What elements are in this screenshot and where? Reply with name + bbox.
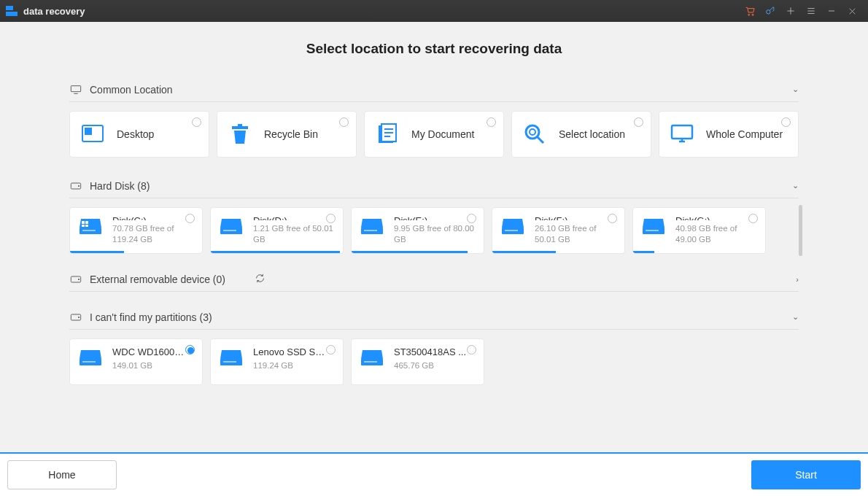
disk-icon <box>642 217 665 237</box>
disk-card[interactable]: Disk(C:)70.78 GB free of 119.24 GB <box>69 207 203 254</box>
disk-info: 9.95 GB free of 80.00 GB <box>394 223 475 246</box>
chevron-down-icon: ⌄ <box>792 181 799 190</box>
svg-rect-30 <box>364 230 377 231</box>
partition-card[interactable]: Lenovo SSD SL...119.24 GB <box>210 338 344 385</box>
start-button[interactable]: Start <box>751 460 861 489</box>
main-content: Select location to start recovering data… <box>0 22 868 452</box>
radio[interactable] <box>748 214 758 223</box>
radio[interactable] <box>467 345 476 354</box>
radio[interactable] <box>339 117 349 127</box>
chevron-down-icon: ⌄ <box>792 312 799 322</box>
disk-icon <box>501 217 524 237</box>
chevron-down-icon: ⌄ <box>792 85 799 94</box>
cart-icon[interactable] <box>740 1 760 21</box>
svg-rect-23 <box>85 221 88 224</box>
disk-icon <box>79 348 102 368</box>
common-cards: Desktop Recycle Bin My Document Select l… <box>69 102 799 174</box>
disk-card[interactable]: Disk(G:)40.98 GB free of 49.00 GB <box>632 207 766 254</box>
card-label: Select location <box>559 128 625 140</box>
section-header-common[interactable]: Common Location ⌄ <box>69 77 799 102</box>
footer: Home Start <box>0 452 868 496</box>
svg-rect-34 <box>646 230 659 231</box>
svg-point-0 <box>748 14 750 15</box>
disk-icon <box>360 348 384 368</box>
key-icon[interactable] <box>760 1 780 21</box>
scrollbar-thumb[interactable] <box>799 205 802 256</box>
radio[interactable] <box>608 214 617 223</box>
radio[interactable] <box>326 345 336 354</box>
radio[interactable] <box>781 117 791 127</box>
partition-card[interactable]: ST3500418AS ...465.76 GB <box>351 338 484 385</box>
disk-icon <box>360 217 384 237</box>
radio[interactable] <box>467 214 476 223</box>
minimize-icon[interactable] <box>821 1 842 21</box>
svg-rect-32 <box>505 230 518 231</box>
trash-icon <box>228 122 252 147</box>
plus-icon[interactable] <box>780 1 801 21</box>
partition-name: ST3500418AS ... <box>394 346 466 357</box>
svg-rect-24 <box>82 225 85 227</box>
card-select-location[interactable]: Select location <box>511 111 651 158</box>
svg-rect-40 <box>82 361 96 363</box>
radio[interactable] <box>634 117 643 127</box>
section-label: I can't find my partitions (3) <box>90 311 785 323</box>
card-desktop[interactable]: Desktop <box>69 111 209 158</box>
refresh-icon[interactable] <box>255 273 266 286</box>
card-label: Desktop <box>117 128 154 140</box>
usage-bar <box>211 251 340 253</box>
partition-size: 119.24 GB <box>253 360 326 372</box>
svg-line-15 <box>538 137 543 143</box>
disk-info: 70.78 GB free of 119.24 GB <box>112 223 193 246</box>
disk-info: 26.10 GB free of 50.01 GB <box>535 223 616 246</box>
section-label: Common Location <box>90 84 785 96</box>
svg-rect-25 <box>85 225 88 227</box>
lost-cards: WDC WD1600A...149.01 GBLenovo SSD SL...1… <box>69 330 799 398</box>
disk-card[interactable]: Disk(D:)1.21 GB free of 50.01 GB <box>210 207 344 254</box>
section-header-harddisk[interactable]: Hard Disk (8) ⌄ <box>69 174 799 198</box>
disk-card[interactable]: Disk(F:)26.10 GB free of 50.01 GB <box>492 207 625 254</box>
card-my-document[interactable]: My Document <box>364 111 504 158</box>
search-icon <box>522 122 547 147</box>
section-label: Hard Disk (8) <box>90 180 785 192</box>
radio[interactable] <box>326 214 336 223</box>
usage-bar <box>492 251 556 253</box>
radio[interactable] <box>487 117 496 127</box>
disk-name: Disk(C:) <box>112 215 185 220</box>
section-header-lost[interactable]: I can't find my partitions (3) ⌄ <box>69 305 799 330</box>
disk-icon <box>79 217 102 237</box>
radio[interactable] <box>185 214 195 223</box>
svg-point-38 <box>78 317 79 317</box>
partition-name: Lenovo SSD SL... <box>253 346 326 357</box>
radio[interactable] <box>192 117 201 127</box>
close-icon[interactable] <box>842 1 862 21</box>
section-label: External removable device (0) <box>90 274 225 285</box>
app-logo-icon <box>6 6 18 16</box>
partition-name: WDC WD1600A... <box>112 346 185 357</box>
drive-icon <box>69 182 82 190</box>
chevron-right-icon: › <box>796 275 799 284</box>
svg-point-14 <box>530 129 535 135</box>
drive-icon <box>69 313 82 322</box>
card-label: My Document <box>411 128 474 140</box>
section-header-external[interactable]: External removable device (0) › <box>69 267 799 292</box>
usage-bar <box>70 251 124 253</box>
partition-size: 149.01 GB <box>112 360 185 372</box>
disk-card[interactable]: Disk(E:)9.95 GB free of 80.00 GB <box>351 207 484 254</box>
radio[interactable] <box>185 345 195 354</box>
svg-rect-28 <box>223 230 236 231</box>
card-recycle-bin[interactable]: Recycle Bin <box>217 111 357 158</box>
home-button[interactable]: Home <box>7 460 117 489</box>
partition-card[interactable]: WDC WD1600A...149.01 GB <box>69 338 203 385</box>
titlebar: data recovery <box>0 0 868 22</box>
usage-bar <box>352 251 468 253</box>
disk-icon <box>220 217 243 237</box>
app-title: data recovery <box>23 6 85 17</box>
card-whole-computer[interactable]: Whole Computer <box>659 111 799 158</box>
monitor-icon <box>69 85 82 95</box>
menu-icon[interactable] <box>801 1 821 21</box>
svg-point-1 <box>752 14 753 15</box>
desktop-icon <box>80 122 105 147</box>
svg-rect-22 <box>82 221 85 224</box>
disk-icon <box>220 348 243 368</box>
drive-icon <box>69 275 82 284</box>
